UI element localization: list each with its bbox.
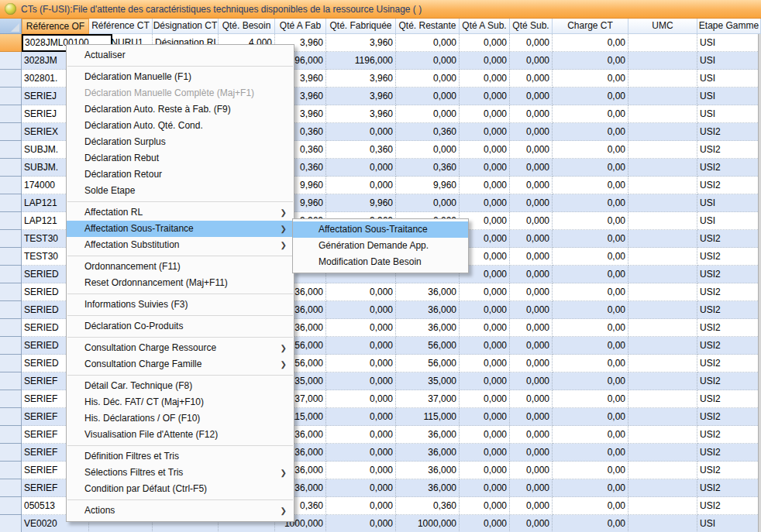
column-header-charge-ct[interactable]: Charge CT xyxy=(553,19,628,34)
row-selector[interactable] xyxy=(0,212,22,230)
cell-qte-restante[interactable]: 0,360 xyxy=(396,159,460,177)
cell-qte-fabriquee[interactable]: 0,000 xyxy=(326,355,396,372)
cell-qte-fabriquee[interactable]: 0,000 xyxy=(326,319,396,337)
cell-umc[interactable] xyxy=(628,462,697,479)
menu-item-detail-car-technique-f8[interactable]: Détail Car. Technique (F8) xyxy=(67,378,294,394)
cell-qte-a-sub[interactable]: 0,000 xyxy=(460,337,510,355)
cell-charge-ct[interactable]: 0,00 xyxy=(553,159,628,177)
cell-qte-fabriquee[interactable]: 0,000 xyxy=(326,497,396,515)
cell-charge-ct[interactable]: 0,00 xyxy=(553,177,628,194)
cell-qte-restante[interactable]: 56,000 xyxy=(396,355,460,372)
cell-etape-gamme[interactable]: USI2 xyxy=(697,497,761,515)
cell-qte-sub[interactable]: 0,000 xyxy=(510,479,553,497)
row-selector[interactable] xyxy=(0,34,22,52)
cell-qte-restante[interactable]: 0,000 xyxy=(396,141,460,159)
row-selector[interactable] xyxy=(0,159,22,177)
cell-etape-gamme[interactable]: USI2 xyxy=(697,230,761,248)
row-selector[interactable] xyxy=(0,230,22,248)
menu-item-modification-date-besoin[interactable]: Modification Date Besoin xyxy=(293,254,468,270)
menu-item-declaration-co-produits[interactable]: Déclaration Co-Produits xyxy=(67,318,294,335)
menu-item-actualiser[interactable]: Actualiser xyxy=(67,47,294,63)
cell-qte-sub[interactable]: 0,000 xyxy=(510,105,553,123)
cell-qte-sub[interactable]: 0,000 xyxy=(510,212,553,230)
cell-qte-a-sub[interactable]: 0,000 xyxy=(460,141,510,159)
cell-charge-ct[interactable]: 0,00 xyxy=(553,337,628,355)
cell-charge-ct[interactable]: 0,00 xyxy=(553,444,628,462)
cell-qte-sub[interactable]: 0,000 xyxy=(510,230,553,248)
cell-etape-gamme[interactable]: USI2 xyxy=(697,426,761,444)
cell-charge-ct[interactable]: 0,00 xyxy=(553,212,628,230)
cell-qte-fabriquee[interactable]: 0,000 xyxy=(326,408,396,426)
cell-qte-sub[interactable]: 0,000 xyxy=(510,390,553,408)
row-selector[interactable] xyxy=(0,390,22,408)
row-selector[interactable] xyxy=(0,426,22,444)
row-selector[interactable] xyxy=(0,355,22,372)
cell-etape-gamme[interactable]: USI2 xyxy=(697,266,761,283)
cell-charge-ct[interactable]: 0,00 xyxy=(553,105,628,123)
cell-qte-a-sub[interactable]: 0,000 xyxy=(460,462,510,479)
row-selector[interactable] xyxy=(0,337,22,355)
cell-qte-sub[interactable]: 0,000 xyxy=(510,159,553,177)
column-header-qte-besoin[interactable]: Qté. Besoin xyxy=(219,19,275,34)
row-selector[interactable] xyxy=(0,177,22,194)
cell-etape-gamme[interactable]: USI2 xyxy=(697,337,761,355)
menu-item-affectation-sous-traitance[interactable]: Affectation Sous-Traitance xyxy=(67,221,294,237)
cell-qte-sub[interactable]: 0,000 xyxy=(510,248,553,266)
menu-item-declaration-auto-reste-a-fab-f9[interactable]: Déclaration Auto. Reste à Fab. (F9) xyxy=(67,101,294,118)
cell-umc[interactable] xyxy=(628,177,697,194)
column-header-reference-ct[interactable]: Référence CT xyxy=(89,19,153,34)
cell-etape-gamme[interactable]: USI xyxy=(697,70,761,88)
cell-umc[interactable] xyxy=(628,159,697,177)
column-header-qte-fabriquee[interactable]: Qté. Fabriquée xyxy=(326,19,396,34)
cell-qte-fabriquee[interactable]: 0,000 xyxy=(326,301,396,319)
cell-qte-sub[interactable]: 0,000 xyxy=(510,319,553,337)
cell-qte-a-sub[interactable]: 0,000 xyxy=(460,497,510,515)
cell-qte-a-sub[interactable]: 0,000 xyxy=(460,319,510,337)
cell-charge-ct[interactable]: 0,00 xyxy=(553,266,628,283)
cell-charge-ct[interactable]: 0,00 xyxy=(553,372,628,390)
cell-etape-gamme[interactable]: USI2 xyxy=(697,177,761,194)
cell-qte-a-sub[interactable]: 0,000 xyxy=(460,301,510,319)
cell-umc[interactable] xyxy=(628,319,697,337)
row-selector[interactable] xyxy=(0,515,22,532)
cell-qte-restante[interactable]: 9,960 xyxy=(396,177,460,194)
column-header-qte-sub[interactable]: Qté Sub. xyxy=(510,19,553,34)
cell-umc[interactable] xyxy=(628,479,697,497)
menu-item-definition-filtres-et-tris[interactable]: Définition Filtres et Tris xyxy=(67,448,294,465)
cell-umc[interactable] xyxy=(628,52,697,70)
row-selector[interactable] xyxy=(0,141,22,159)
cell-qte-fabriquee[interactable]: 0,000 xyxy=(326,123,396,141)
cell-qte-restante[interactable]: 36,000 xyxy=(396,319,460,337)
cell-qte-restante[interactable]: 1000,000 xyxy=(396,515,460,532)
cell-etape-gamme[interactable]: USI2 xyxy=(697,141,761,159)
cell-charge-ct[interactable]: 0,00 xyxy=(553,230,628,248)
cell-qte-sub[interactable]: 0,000 xyxy=(510,515,553,532)
column-header-umc[interactable]: UMC xyxy=(628,19,697,34)
cell-etape-gamme[interactable]: USI2 xyxy=(697,283,761,301)
row-selector[interactable] xyxy=(0,283,22,301)
cell-umc[interactable] xyxy=(628,88,697,105)
menu-item-solde-etape[interactable]: Solde Etape xyxy=(67,183,294,199)
cell-qte-sub[interactable]: 0,000 xyxy=(510,194,553,212)
cell-umc[interactable] xyxy=(628,301,697,319)
cell-qte-fabriquee[interactable]: 0,000 xyxy=(326,390,396,408)
cell-qte-sub[interactable]: 0,000 xyxy=(510,355,553,372)
cell-charge-ct[interactable]: 0,00 xyxy=(553,301,628,319)
menu-item-reset-ordonnancement-maj-f11[interactable]: Reset Ordonnancement (Maj+F11) xyxy=(67,275,294,291)
cell-etape-gamme[interactable]: USI xyxy=(697,105,761,123)
cell-qte-fabriquee[interactable]: 0,000 xyxy=(326,444,396,462)
cell-charge-ct[interactable]: 0,00 xyxy=(553,141,628,159)
select-all-corner[interactable] xyxy=(0,19,22,34)
cell-charge-ct[interactable]: 0,00 xyxy=(553,319,628,337)
cell-qte-sub[interactable]: 0,000 xyxy=(510,444,553,462)
menu-item-his-dec-fat-ct-maj-f10[interactable]: His. Déc. FAT/ CT (Maj+F10) xyxy=(67,394,294,410)
cell-umc[interactable] xyxy=(628,444,697,462)
column-header-designation-ct[interactable]: Désignation CT xyxy=(153,19,219,34)
row-selector[interactable] xyxy=(0,444,22,462)
cell-charge-ct[interactable]: 0,00 xyxy=(553,70,628,88)
row-selector[interactable] xyxy=(0,408,22,426)
row-selector[interactable] xyxy=(0,248,22,266)
cell-qte-fabriquee[interactable]: 0,000 xyxy=(326,372,396,390)
cell-umc[interactable] xyxy=(628,372,697,390)
row-selector[interactable] xyxy=(0,123,22,141)
